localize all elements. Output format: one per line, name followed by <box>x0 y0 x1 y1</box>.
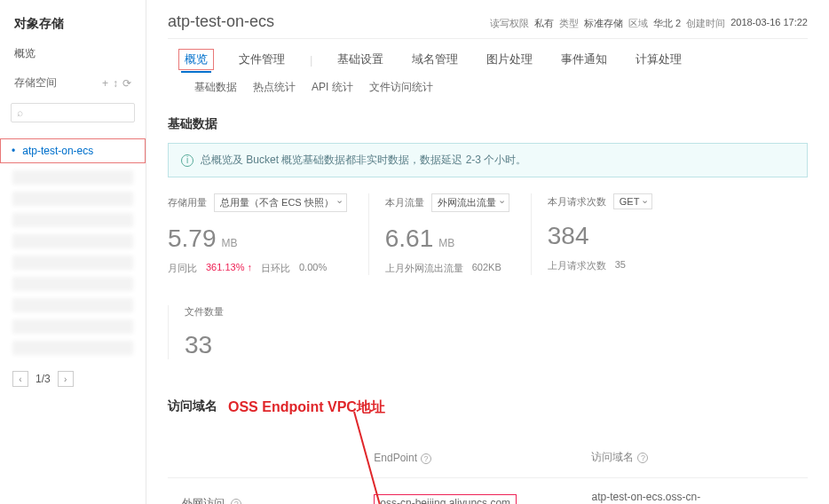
stat-mom-label: 月同比 <box>168 262 197 275</box>
stat-traffic-unit: MB <box>438 237 454 249</box>
bucket-item-blurred[interactable] <box>12 170 133 185</box>
add-icon[interactable]: + <box>102 77 108 90</box>
col-type <box>168 437 359 478</box>
bucket-item-blurred[interactable] <box>12 213 133 227</box>
sidebar-icons: + ↕ ⟳ <box>102 77 131 90</box>
sidebar-storage-section: 存储空间 + ↕ ⟳ <box>0 68 146 98</box>
perm-value: 私有 <box>534 17 554 30</box>
stat-files-label: 文件数量 <box>185 305 224 319</box>
subtab-api[interactable]: API 统计 <box>312 80 353 95</box>
pager-text: 1/3 <box>36 373 51 385</box>
stat-requests-select[interactable]: GET <box>613 193 653 209</box>
sidebar-overview[interactable]: 概览 <box>0 39 146 68</box>
bucket-name-title: atp-test-on-ecs <box>168 12 274 31</box>
sub-tabs: 基础数据 热点统计 API 统计 文件访问统计 <box>168 76 808 107</box>
bucket-pager: ‹ 1/3 › <box>0 362 146 396</box>
stat-storage-unit: MB <box>222 237 238 249</box>
row-type: 外网访问 ? <box>168 478 359 505</box>
created-value: 2018-03-16 17:22 <box>730 17 808 30</box>
annotation-box-endpoint: oss-cn-beijing.aliyuncs.com <box>374 494 517 504</box>
type-value: 标准存储 <box>584 17 623 30</box>
info-icon: i <box>181 154 193 167</box>
stat-mom-val: 361.13% ↑ <box>206 262 252 275</box>
delay-notice: i 总概览及 Bucket 概览基础数据都非实时数据，数据延迟 2-3 个小时。 <box>168 143 808 177</box>
bucket-list: atp-test-on-ecs <box>0 138 146 355</box>
annotation-box-tab: 概览 <box>178 49 214 70</box>
bucket-item-blurred[interactable] <box>12 341 133 355</box>
notice-text: 总概览及 Bucket 概览基础数据都非实时数据，数据延迟 2-3 个小时。 <box>201 153 526 168</box>
bucket-header: atp-test-on-ecs 读写权限 私有 类型 标准存储 区域 华北 2 … <box>168 12 808 39</box>
tab-domain[interactable]: 域名管理 <box>408 46 462 73</box>
bucket-item-blurred[interactable] <box>12 298 133 312</box>
stat-traffic: 本月流量 外网流出流量 6.61 MB 上月外网流出流量 602KB <box>368 193 509 284</box>
row-endpoint: oss-cn-beijing.aliyuncs.com <box>359 478 577 505</box>
stat-requests-num: 384 <box>548 222 589 250</box>
stat-traffic-select[interactable]: 外网流出流量 <box>431 193 509 212</box>
type-label: 类型 <box>559 17 579 30</box>
subtab-basic[interactable]: 基础数据 <box>194 80 237 95</box>
region-label: 区域 <box>628 17 648 30</box>
tab-settings[interactable]: 基础设置 <box>334 46 387 73</box>
tab-compute[interactable]: 计算处理 <box>632 46 685 73</box>
help-icon[interactable]: ? <box>231 499 241 505</box>
tab-overview[interactable]: 概览 <box>181 47 211 73</box>
tab-separator: | <box>310 53 312 67</box>
stat-traffic-foot-label: 上月外网流出流量 <box>385 262 463 275</box>
tab-event[interactable]: 事件通知 <box>557 46 611 73</box>
domain-table: EndPoint? 访问域名? 外网访问 ?oss-cn-beijing.ali… <box>168 437 808 504</box>
tab-files[interactable]: 文件管理 <box>235 46 288 73</box>
row-domain: atp-test-on-ecs.oss-cn-beijing.aliyuncs.… <box>577 478 808 505</box>
stat-requests: 本月请求次数 GET 384 上月请求次数 35 <box>531 193 664 284</box>
pager-prev-button[interactable]: ‹ <box>12 371 28 387</box>
created-label: 创建时间 <box>686 17 725 30</box>
stat-storage-select[interactable]: 总用量（不含 ECS 快照） <box>214 193 347 212</box>
bucket-item-active[interactable]: atp-test-on-ecs <box>0 138 146 163</box>
bucket-item-blurred[interactable] <box>12 277 133 291</box>
perm-label: 读写权限 <box>490 17 529 30</box>
help-icon[interactable]: ? <box>637 453 648 463</box>
bucket-item-blurred[interactable] <box>12 319 133 334</box>
help-icon[interactable]: ? <box>421 453 431 464</box>
main-tabs: 概览 文件管理 | 基础设置 域名管理 图片处理 事件通知 计算处理 <box>168 39 808 76</box>
sidebar: 对象存储 概览 存储空间 + ↕ ⟳ ⌕ atp-test-on-ecs <box>0 0 146 504</box>
basic-data-title: 基础数据 <box>168 116 808 132</box>
tab-image[interactable]: 图片处理 <box>483 46 536 73</box>
main-content: atp-test-on-ecs 读写权限 私有 类型 标准存储 区域 华北 2 … <box>146 0 829 504</box>
stat-storage-num: 5.79 <box>168 224 217 253</box>
bucket-item-blurred[interactable] <box>12 192 133 206</box>
stat-files: 文件数量 33 <box>168 305 301 368</box>
bucket-search-input[interactable]: ⌕ <box>11 103 135 122</box>
stat-storage: 存储用量 总用量（不含 ECS 快照） 5.79 MB 月同比 361.13% … <box>168 193 347 284</box>
col-endpoint: EndPoint? <box>359 437 577 478</box>
domain-section-title: 访问域名 <box>168 398 217 414</box>
region-value: 华北 2 <box>653 17 681 30</box>
bucket-meta: 读写权限 私有 类型 标准存储 区域 华北 2 创建时间 2018-03-16 … <box>490 17 808 30</box>
stat-traffic-label: 本月流量 <box>385 196 424 209</box>
stat-storage-label: 存储用量 <box>168 196 207 209</box>
stat-dod-val: 0.00% <box>299 262 327 275</box>
stats-row: 存储用量 总用量（不含 ECS 快照） 5.79 MB 月同比 361.13% … <box>168 193 808 368</box>
sidebar-storage-label: 存储空间 <box>14 75 57 91</box>
bucket-item-label: atp-test-on-ecs <box>22 145 93 157</box>
col-domain: 访问域名? <box>577 437 808 478</box>
stat-requests-label: 本月请求次数 <box>548 195 606 209</box>
sidebar-title: 对象存储 <box>0 9 146 39</box>
stat-requests-foot-val: 35 <box>615 259 626 272</box>
search-icon: ⌕ <box>17 106 23 119</box>
subtab-hot[interactable]: 热点统计 <box>253 80 296 95</box>
subtab-file[interactable]: 文件访问统计 <box>369 80 433 95</box>
annotation-text: OSS Endpoint VPC地址 <box>228 398 385 417</box>
stat-traffic-foot-val: 602KB <box>472 262 501 275</box>
table-row: 外网访问 ?oss-cn-beijing.aliyuncs.comatp-tes… <box>168 478 808 505</box>
pager-next-button[interactable]: › <box>58 371 74 387</box>
bucket-item-blurred[interactable] <box>12 234 133 248</box>
stat-files-num: 33 <box>185 331 212 359</box>
stat-dod-label: 日环比 <box>261 262 290 275</box>
sort-icon[interactable]: ↕ <box>113 77 118 90</box>
stat-traffic-num: 6.61 <box>385 224 434 253</box>
stat-requests-foot-label: 上月请求次数 <box>548 259 606 272</box>
bucket-item-blurred[interactable] <box>12 256 133 270</box>
refresh-icon[interactable]: ⟳ <box>122 77 131 90</box>
